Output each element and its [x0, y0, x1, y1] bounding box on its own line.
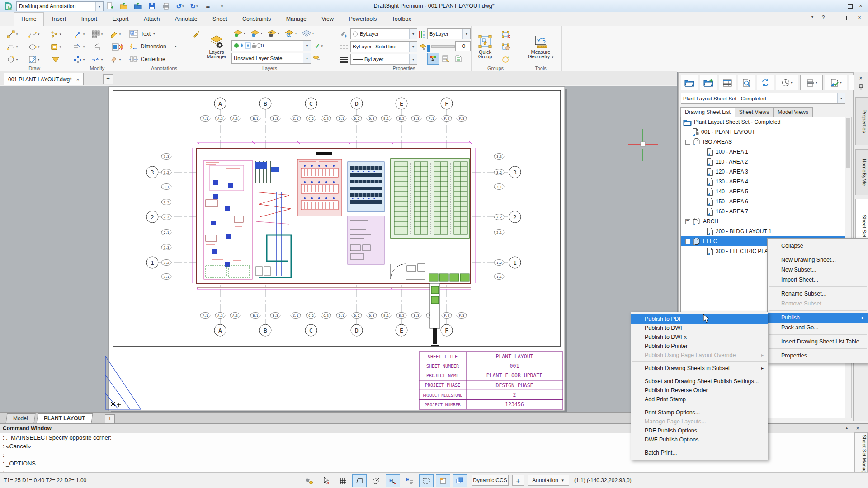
print-button[interactable]	[161, 1, 171, 11]
ellipse-tool-button[interactable]: ▾	[24, 41, 43, 53]
menu-item-publish-reverse-order[interactable]: Publish in Reverse Order	[631, 386, 768, 395]
transparency-value-box[interactable]: 0	[455, 41, 471, 51]
centerline-tool-button[interactable]: Centerline	[129, 54, 200, 65]
minimize-button[interactable]: —	[834, 1, 844, 11]
tab-model-views[interactable]: Model Views	[773, 107, 813, 117]
trim-tool-button[interactable]: ▾	[71, 41, 88, 53]
annotation-visibility-toggle[interactable]	[453, 474, 467, 487]
select-cursor-toggle[interactable]	[319, 474, 333, 487]
docked-tab-sheet-set-manager[interactable]: Sheet Set Manag	[854, 432, 868, 474]
chevron-down-icon[interactable]: ▾	[95, 2, 103, 11]
pattern-polar-button[interactable]: ▾	[71, 54, 88, 66]
grid-toggle[interactable]	[335, 474, 350, 487]
palette-tab-properties[interactable]: Properties	[855, 97, 868, 145]
tree-item-root[interactable]: Plant Layout Sheet Set - Completed	[681, 117, 847, 127]
open-sheet-set-button[interactable]	[700, 75, 717, 90]
ribbon-collapse-icon[interactable]: ▾	[807, 14, 817, 19]
document-tab[interactable]: 001 PLANT LAYOUT.dwg* ×	[4, 73, 84, 85]
stretch-tool-button[interactable]: ▾	[89, 54, 106, 66]
tab-annotate[interactable]: Annotate	[168, 13, 204, 26]
publish-button[interactable]: ▾	[825, 75, 847, 90]
snap-toggle[interactable]	[302, 474, 316, 487]
measure-geometry-button[interactable]: Measure Geometry ▾	[524, 28, 557, 66]
collapse-toggle-icon[interactable]	[685, 140, 690, 145]
tree-item-sheet[interactable]: 200 - BLDG LAYOUT 1	[681, 226, 847, 236]
drawing-canvas[interactable]: ABCDEF ABCDEF 321 321 A.1A.2A.3B.1B.3C.1…	[0, 86, 677, 412]
palette-tab-homebyme[interactable]: HomeByMe	[855, 149, 868, 195]
tab-toolbox[interactable]: Toolbox	[385, 13, 418, 26]
new-document-tab-button[interactable]: +	[103, 74, 113, 84]
line-color-combo[interactable]: ByLayer ▾	[350, 28, 417, 39]
workspace-selector[interactable]: Drafting and Annotation ▾	[16, 1, 104, 11]
line-style-combo[interactable]: ByLayer Solid line ▾	[350, 41, 417, 52]
tab-sheet[interactable]: Sheet	[206, 13, 234, 26]
menu-item-pdf-publish-options[interactable]: PDF Publish Options...	[631, 426, 768, 435]
menu-item-import-sheet[interactable]: Import Sheet...	[768, 275, 868, 285]
ortho-toggle[interactable]	[352, 474, 367, 487]
close-panel-button[interactable]: ×	[857, 74, 865, 82]
history-button[interactable]: ▾	[776, 75, 798, 90]
tab-manage[interactable]: Manage	[279, 13, 313, 26]
tree-item-sheet[interactable]: 001 - PLANT LAYOUT	[681, 127, 847, 137]
menu-icon[interactable]: ≡	[203, 1, 213, 11]
explode-tool-button[interactable]	[118, 41, 125, 53]
tab-insert[interactable]: Insert	[45, 13, 73, 26]
ungroup-button[interactable]	[501, 28, 512, 40]
tree-item-sheet[interactable]: 160 - AREA 7	[681, 206, 847, 216]
line-tool-button[interactable]: ▾	[3, 28, 22, 40]
menu-item-pack-and-go[interactable]: Pack and Go...	[768, 323, 868, 333]
polyline-tool-button[interactable]: ▾	[24, 28, 43, 40]
line-weight-combo[interactable]: ByLayer ▾	[350, 54, 417, 65]
tree-item-sheet[interactable]: 120 - AREA 3	[681, 167, 847, 177]
properties-list-button[interactable]	[441, 53, 451, 65]
circle-tool-button[interactable]: ▾	[3, 54, 22, 66]
arc-tool-button[interactable]: ▾	[3, 41, 22, 53]
point-tool-button[interactable]: ▾	[46, 28, 65, 40]
delete-tool-button[interactable]: ▾	[107, 28, 124, 40]
layers-manager-button[interactable]: Layers Manager	[204, 28, 229, 66]
pattern-tool-button[interactable]: ▾	[89, 28, 106, 40]
menu-item-publish-to-printer[interactable]: Publish to Printer	[631, 342, 768, 351]
layer-states-button[interactable]: ▾	[300, 28, 316, 39]
close-button[interactable]: ×	[855, 1, 866, 11]
tab-constraints[interactable]: Constraints	[236, 13, 278, 26]
open-file-button[interactable]	[119, 1, 129, 11]
tree-item-sheet[interactable]: 140 - AREA 5	[681, 187, 847, 197]
tab-model[interactable]: Model	[5, 413, 35, 423]
customize-qat-button[interactable]: ▾	[217, 1, 227, 11]
tab-drawing-sheet-list[interactable]: Drawing Sheet List	[680, 107, 735, 117]
pin-icon[interactable]	[857, 84, 865, 92]
menu-item-batch-print[interactable]: Batch Print...	[631, 448, 768, 457]
push-tool-button[interactable]: ▾	[107, 54, 124, 66]
entity-snap-toggle[interactable]: E	[386, 474, 400, 487]
dimension-tool-button[interactable]: Dimension▾	[129, 41, 200, 52]
tab-attach[interactable]: Attach	[137, 13, 166, 26]
tab-sheet-views[interactable]: Sheet Views	[735, 107, 774, 117]
add-status-button[interactable]: +	[512, 475, 524, 486]
menu-item-subset-publish-settings[interactable]: Subset and Drawing Sheet Publish Setting…	[631, 377, 768, 386]
annotation-color-button[interactable]	[427, 53, 439, 65]
layer-state-combo[interactable]: Unsaved Layer State ▾	[231, 53, 311, 64]
restore-button[interactable]	[844, 1, 855, 11]
new-file-button[interactable]	[105, 1, 115, 11]
edit-group-button[interactable]	[501, 41, 512, 53]
collapse-toggle-icon[interactable]	[685, 219, 690, 224]
tab-import[interactable]: Import	[75, 13, 104, 26]
doc-close-button[interactable]: ×	[854, 14, 864, 21]
sheet-list-table-button[interactable]	[719, 75, 736, 90]
preview-button[interactable]	[738, 75, 755, 90]
group-options-button[interactable]	[501, 54, 512, 66]
note-pencil-icon[interactable]	[193, 30, 200, 38]
active-layer-combo[interactable]: 0 ▾	[231, 40, 311, 51]
hatch-tool-button[interactable]: ▾	[24, 54, 43, 66]
expand-command-icon[interactable]: ▾	[843, 425, 851, 432]
refresh-button[interactable]	[757, 75, 774, 90]
polar-toggle[interactable]	[369, 474, 383, 487]
menu-item-new-drawing-sheet[interactable]: New Drawing Sheet...	[768, 255, 868, 265]
menu-item-print-stamp-options[interactable]: Print Stamp Options...	[631, 408, 768, 417]
new-sheet-set-button[interactable]	[681, 75, 698, 90]
print-sheet-set-button[interactable]: ▾	[800, 75, 823, 90]
menu-item-insert-sheet-list-table[interactable]: Insert Drawing Sheet List Table...	[768, 337, 868, 347]
annotation-scale-toggle[interactable]	[436, 474, 450, 487]
menu-item-properties[interactable]: Properties...	[768, 351, 868, 361]
